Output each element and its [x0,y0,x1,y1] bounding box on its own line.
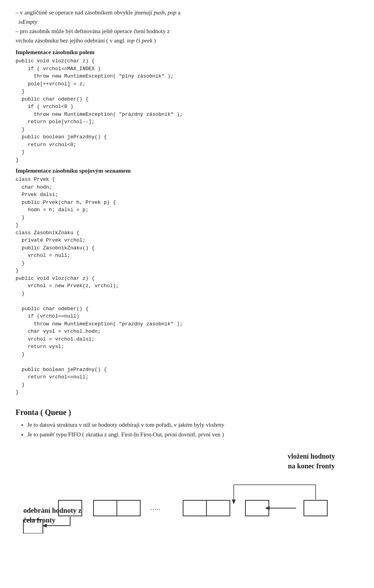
intro-line2: isEmpty [16,19,37,25]
intro-line1: – v angličtině se operace nad zásobníkem… [16,9,180,16]
svg-marker-13 [232,500,236,504]
svg-rect-5 [206,500,230,516]
svg-rect-2 [117,500,140,516]
svg-text:…..: ….. [150,504,161,512]
intro-paragraph: – v angličtině se operace nad zásobníkem… [16,8,358,45]
bullet-item-2: Je to paměť typu FIFO ( zkratka z angl. … [27,430,358,440]
svg-rect-4 [183,500,206,516]
queue-bullet-list: Je to datová struktura v níž se hodnoty … [27,420,358,440]
section1-heading: Implementace zásobníku polem [16,49,358,56]
svg-marker-8 [265,506,270,510]
svg-rect-1 [94,500,117,516]
bullet-item-1: Je to datová struktura v níž se hodnoty … [27,420,358,430]
diagram-label-left: odebrání hodnoty z čela fronty [23,506,81,525]
code-block-1: public void vloz(char z) { if ( vrchol==… [16,57,358,164]
intro-line4: vrcholu zásobníku bez jejího odebrání ( … [16,37,156,44]
queue-diagram: vložení hodnoty na konec fronty ….. [16,448,358,533]
section2-heading: Implementace zásobníku spojovým seznamem [16,168,358,174]
queue-title: Fronta ( Queue ) [16,408,358,417]
svg-rect-9 [304,500,327,516]
code-block-2: class Prvek { char hodn; Prvek dalsi; pu… [16,176,358,396]
intro-line3: – pro zásobník může být definována ještě… [16,28,170,34]
queue-section: Fronta ( Queue ) Je to datová struktura … [16,408,358,533]
